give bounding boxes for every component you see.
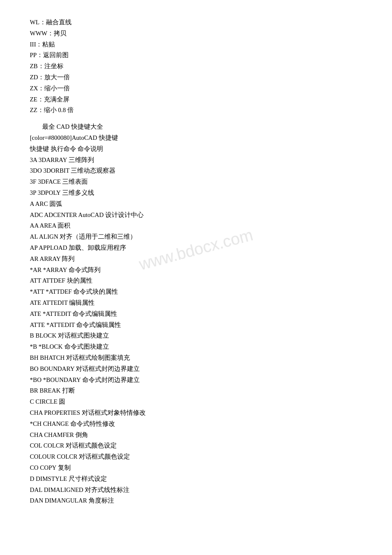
text-line: B BLOCK 对话框式图块建立 <box>30 330 362 341</box>
text-line: ATE ATTEDIT 编辑属性 <box>30 298 362 309</box>
text-line: ZX：缩小一倍 <box>30 83 362 94</box>
text-line: COL COLCR 对话框式颜色设定 <box>30 440 362 451</box>
text-line: *B *BLOCK 命令式图块建立 <box>30 341 362 353</box>
text-line: ZD：放大一倍 <box>30 72 362 83</box>
text-line: BH BHATCH 对话框式绘制图案填充 <box>30 353 362 364</box>
text-line: ZZ：缩小 0.8 倍 <box>30 105 362 116</box>
text-line: WL：融合直线 <box>30 17 362 28</box>
main-content: WL：融合直线WWW：拷贝III：粘贴PP：返回前图ZB：注坐标ZD：放大一倍Z… <box>30 17 362 506</box>
text-line: ADC ADCENTER AutoCAD 设计设计中心 <box>30 210 362 221</box>
text-line: AA AREA 面积 <box>30 220 362 231</box>
text-line: 3DO 3DORBIT 三维动态观察器 <box>30 165 362 176</box>
text-line: DAN DIMANGULAR 角度标注 <box>30 495 362 506</box>
text-line: BO BOUNDARY 对话框式封闭边界建立 <box>30 364 362 375</box>
text-line: PP：返回前图 <box>30 50 362 61</box>
text-line: [color=#800080]AutoCAD 快捷键 <box>30 133 362 144</box>
text-line: AP APPLOAD 加载、卸载应用程序 <box>30 243 362 254</box>
text-line: *BO *BOUNDARY 命令式封闭边界建立 <box>30 375 362 386</box>
text-line: *AR *ARRAY 命令式阵列 <box>30 265 362 276</box>
text-line: 最全 CAD 快捷键大全 <box>30 121 362 133</box>
text-line: CHA PROPERTIES 对话框式对象特情修改 <box>30 408 362 419</box>
text-line: COLOUR COLCR 对话框式颜色设定 <box>30 451 362 462</box>
text-line: D DIMSTYLE 尺寸样式设定 <box>30 474 362 485</box>
text-line: 快捷键 执行命令 命令说明 <box>30 144 362 155</box>
text-line: ATTE *ATTEDIT 命令式编辑属性 <box>30 320 362 331</box>
text-line: CO COPY 复制 <box>30 462 362 474</box>
text-line: WWW：拷贝 <box>30 28 362 39</box>
text-line: *ATT *ATTDEF 命令式块的属性 <box>30 286 362 298</box>
text-line: 3P 3DPOLY 三维多义线 <box>30 188 362 199</box>
text-line <box>30 116 362 121</box>
text-line: AR ARRAY 阵列 <box>30 254 362 265</box>
text-line: ZE：充满全屏 <box>30 94 362 105</box>
text-line: III：粘贴 <box>30 39 362 50</box>
text-line: BR BREAK 打断 <box>30 385 362 396</box>
text-line: 3A 3DARRAY 三维阵列 <box>30 155 362 166</box>
text-line: 3F 3DFACE 三维表面 <box>30 176 362 188</box>
text-line: ATT ATTDEF 块的属性 <box>30 275 362 286</box>
text-line: ZB：注坐标 <box>30 61 362 72</box>
text-line: AL ALIGN 对齐（适用于二维和三维） <box>30 231 362 243</box>
text-line: A ARC 圆弧 <box>30 199 362 210</box>
text-line: DAL DIMALIGNED 对齐式线性标注 <box>30 485 362 496</box>
text-line: C CIRCLE 圆 <box>30 396 362 408</box>
text-line: *CH CHANGE 命令式特性修改 <box>30 419 362 430</box>
text-line: CHA CHAMFER 倒角 <box>30 430 362 441</box>
text-line: ATE *ATTEDIT 命令式编辑属性 <box>30 309 362 320</box>
